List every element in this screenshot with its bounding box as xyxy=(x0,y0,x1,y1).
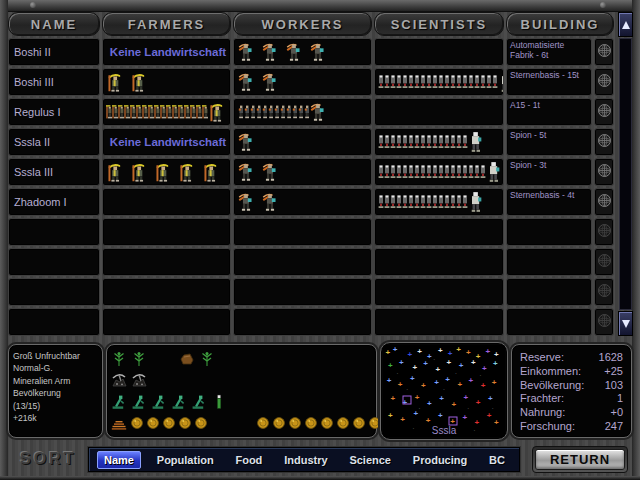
row-name-cell[interactable]: Sssla III xyxy=(8,158,100,186)
star: + xyxy=(415,394,420,399)
farmers-cell[interactable]: Keine Landwirtschaft xyxy=(102,38,231,66)
scroll-down-button[interactable] xyxy=(618,311,633,336)
system-locate-button[interactable] xyxy=(597,103,612,122)
sort-button-producing[interactable]: Producing xyxy=(407,452,473,468)
coin-icon xyxy=(337,417,349,429)
building-cell[interactable]: A15 - 1t xyxy=(506,98,592,126)
star: + xyxy=(492,379,497,384)
sort-button-science[interactable]: Science xyxy=(343,452,397,468)
star: + xyxy=(438,412,443,417)
workers-cell[interactable] xyxy=(233,98,372,126)
workers-cell[interactable] xyxy=(233,188,372,216)
star: + xyxy=(481,383,486,388)
building-cell[interactable]: Spion - 3t xyxy=(506,158,592,186)
building-cell[interactable]: Spion - 5t xyxy=(506,128,592,156)
workers-cell xyxy=(233,248,372,276)
row-name-cell[interactable]: Regulus I xyxy=(8,98,100,126)
system-locate-button[interactable] xyxy=(597,43,612,62)
resource-row xyxy=(111,372,372,389)
system-locate-button[interactable] xyxy=(597,283,612,302)
building-cell[interactable]: Automatisierte Fabrik - 6t xyxy=(506,38,592,66)
star: + xyxy=(393,346,398,351)
stat-row: Forschung:247 xyxy=(520,420,623,433)
resource-production-panel xyxy=(106,344,377,438)
farmers-cell[interactable] xyxy=(102,68,231,96)
farmers-cell[interactable] xyxy=(102,98,231,126)
farmers-group: Keine Landwirtschaft xyxy=(106,136,230,148)
star: + xyxy=(466,350,471,355)
column-header-scientists[interactable]: SCIENTISTS xyxy=(374,12,504,36)
scientists-cell[interactable] xyxy=(374,38,504,66)
resource-row xyxy=(111,350,372,367)
sort-button-food[interactable]: Food xyxy=(229,452,268,468)
app-window: NAMEFARMERSWORKERSSCIENTISTSBUILDING Bos… xyxy=(0,0,640,480)
scientists-cell[interactable] xyxy=(374,158,504,186)
workers-cell[interactable] xyxy=(233,158,372,186)
star: + xyxy=(462,414,467,419)
minimap-system-label: Sssla xyxy=(381,425,507,436)
selected-system-box xyxy=(403,396,412,405)
table-row xyxy=(8,218,616,246)
building-cell[interactable]: Sternenbasis - 4t xyxy=(506,188,592,216)
workers-cell[interactable] xyxy=(233,128,372,156)
farmers-cell xyxy=(102,278,231,306)
coin-part-icon xyxy=(111,415,127,431)
system-locate-button[interactable] xyxy=(597,253,612,272)
system-locate-button[interactable] xyxy=(597,133,612,152)
star: + xyxy=(407,352,412,357)
scientists-cell[interactable] xyxy=(374,128,504,156)
coin-icon xyxy=(273,417,285,429)
star: · xyxy=(433,356,435,361)
row-name-cell[interactable]: Boshi III xyxy=(8,68,100,96)
scientists-group xyxy=(378,131,503,153)
sort-button-name[interactable]: Name xyxy=(97,451,141,469)
system-locate-button[interactable] xyxy=(597,313,612,332)
sort-button-bar: NamePopulationFoodIndustryScienceProduci… xyxy=(88,447,520,472)
star: + xyxy=(458,381,463,386)
system-info-panel: Groß UnfruchtbarNormal-G.Mineralien ArmB… xyxy=(8,344,103,438)
star: + xyxy=(426,418,431,423)
workers-cell[interactable] xyxy=(233,38,372,66)
scrollbar-track[interactable] xyxy=(619,38,632,310)
return-button[interactable]: RETURN xyxy=(535,449,625,470)
column-header-building[interactable]: BUILDING xyxy=(506,12,614,36)
star: + xyxy=(399,359,404,364)
sort-button-industry[interactable]: Industry xyxy=(278,452,333,468)
microscope-icon xyxy=(171,394,187,410)
row-name-cell[interactable]: Zhadoom I xyxy=(8,188,100,216)
farmers-cell[interactable]: Keine Landwirtschaft xyxy=(102,128,231,156)
worker-icon xyxy=(262,71,278,93)
building-cell xyxy=(506,218,592,246)
system-locate-button[interactable] xyxy=(597,73,612,92)
worker-icon xyxy=(238,191,254,213)
star: + xyxy=(438,347,443,352)
scroll-up-button[interactable] xyxy=(618,12,633,37)
minimap-panel[interactable]: ++++++++++++++++++++++++++++++++++++++++… xyxy=(380,342,508,440)
system-locate-button[interactable] xyxy=(597,223,612,242)
row-name-cell[interactable]: Boshi II xyxy=(8,38,100,66)
farmers-cell[interactable] xyxy=(102,158,231,186)
star: + xyxy=(482,366,487,371)
column-header-farmers[interactable]: FARMERS xyxy=(102,12,231,36)
sort-button-bc[interactable]: BC xyxy=(483,452,511,468)
coin-icon xyxy=(289,417,301,429)
farmers-cell xyxy=(102,308,231,336)
building-cell[interactable]: Sternenbasis - 15t xyxy=(506,68,592,96)
stat-row: Einkommen:+25 xyxy=(520,365,623,378)
table-row: Sssla IIISpion - 3t xyxy=(8,158,616,186)
system-locate-button[interactable] xyxy=(597,163,612,182)
workers-cell[interactable] xyxy=(233,68,372,96)
scientists-cell[interactable] xyxy=(374,98,504,126)
column-header-workers[interactable]: WORKERS xyxy=(233,12,372,36)
row-name-cell[interactable]: Sssla II xyxy=(8,128,100,156)
column-header-name[interactable]: NAME xyxy=(8,12,100,36)
sort-button-population[interactable]: Population xyxy=(151,452,220,468)
star: + xyxy=(488,396,493,401)
scientists-cell[interactable] xyxy=(374,188,504,216)
farmers-cell[interactable] xyxy=(102,188,231,216)
worker-icon xyxy=(238,131,254,153)
worker-icon xyxy=(262,191,278,213)
scientists-cell[interactable] xyxy=(374,68,504,96)
system-locate-button[interactable] xyxy=(597,193,612,212)
star: · xyxy=(480,373,482,378)
